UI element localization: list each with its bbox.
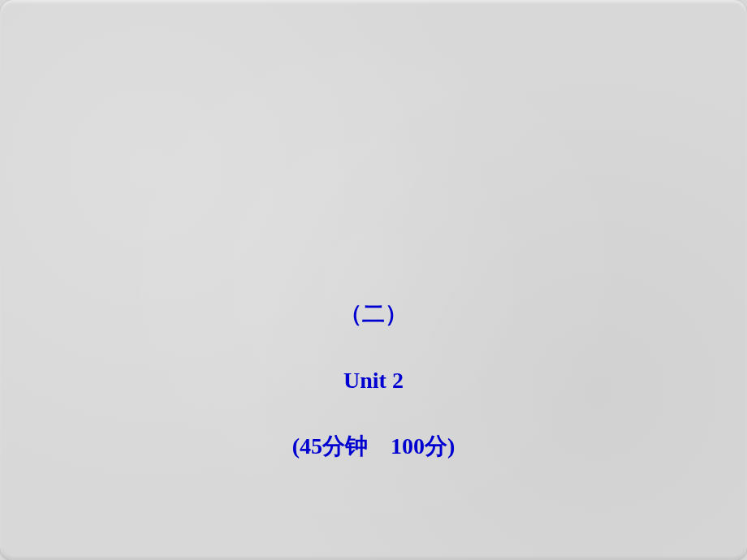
slide-container: （二） Unit 2 (45分钟 100分) xyxy=(0,0,747,560)
duration-score-label: (45分钟 100分) xyxy=(0,433,747,460)
unit-label: Unit 2 xyxy=(0,367,747,394)
section-label: （二） xyxy=(0,300,747,328)
slide-content: （二） Unit 2 (45分钟 100分) xyxy=(0,300,747,460)
